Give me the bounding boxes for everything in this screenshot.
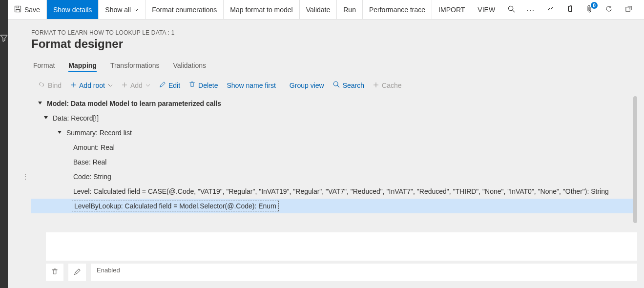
trash-icon [51, 268, 58, 277]
enabled-label: Enabled [97, 267, 120, 274]
plus-icon [70, 82, 76, 89]
bind-icon [38, 81, 45, 89]
tab-validations[interactable]: Validations [173, 59, 206, 72]
run-button[interactable]: Run [337, 0, 363, 19]
pencil-icon [159, 82, 166, 89]
svg-rect-1 [16, 6, 19, 8]
vertical-scrollbar[interactable] [633, 96, 637, 223]
show-details-button[interactable]: Show details [47, 0, 99, 19]
trash-icon [189, 81, 195, 89]
format-enumerations-button[interactable]: Format enumerations [145, 0, 224, 19]
tab-format[interactable]: Format [33, 59, 55, 72]
tree-node-amount[interactable]: Amount: Real [31, 140, 633, 155]
tree-node-code[interactable]: ⋮ Code: String [31, 169, 633, 184]
more-button[interactable]: ··· [521, 0, 540, 19]
plus-icon [122, 82, 127, 89]
tree-node-summary[interactable]: Summary: Record list [31, 125, 633, 140]
tab-mapping[interactable]: Mapping [68, 59, 97, 72]
tab-transformations[interactable]: Transformations [110, 59, 160, 72]
filter-icon[interactable] [0, 34, 8, 43]
search-icon [508, 5, 515, 14]
view-button[interactable]: VIEW [471, 0, 501, 19]
refresh-button[interactable] [599, 0, 619, 19]
chevron-down-icon [134, 6, 139, 14]
svg-rect-0 [15, 6, 21, 12]
attachment-badge: 0 [591, 2, 598, 9]
office-button[interactable] [560, 0, 580, 19]
command-bar: Save Show details Show all Format enumer… [8, 0, 644, 20]
page-title: Format designer [31, 37, 644, 51]
plus-icon [373, 82, 379, 89]
office-icon [566, 5, 574, 14]
data-model-tree: Model: Data model Model to learn paramet… [31, 96, 633, 213]
details-panel: Enabled [46, 232, 637, 281]
chevron-down-icon [145, 82, 150, 89]
caret-down-icon[interactable] [57, 130, 62, 136]
pencil-icon [74, 268, 81, 277]
tree-node-data[interactable]: Data: Record[!] [31, 111, 633, 125]
show-all-dropdown[interactable]: Show all [99, 0, 145, 19]
tree-node-levelbylookup[interactable]: LevelByLookup: Calculated field = Model.… [31, 199, 633, 213]
add-root-button[interactable]: Add root [70, 82, 113, 89]
attachments-button[interactable]: 0 [580, 0, 599, 19]
chevron-down-icon [108, 82, 113, 89]
cache-button[interactable]: Cache [373, 82, 401, 89]
caret-down-icon[interactable] [43, 115, 49, 121]
performance-trace-button[interactable]: Performance trace [363, 0, 432, 19]
group-view-button[interactable]: Group view [290, 82, 324, 89]
refresh-icon [605, 5, 613, 14]
tree-node-model[interactable]: Model: Data model Model to learn paramet… [31, 96, 633, 111]
tabs: Format Mapping Transformations Validatio… [31, 59, 644, 72]
map-format-to-model-button[interactable]: Map format to model [224, 0, 299, 19]
add-button[interactable]: Add [122, 82, 150, 89]
close-button[interactable] [638, 0, 644, 19]
delete-detail-button[interactable] [46, 264, 63, 281]
svg-rect-4 [625, 7, 629, 11]
search-icon [333, 81, 340, 89]
mapping-toolbar: Bind Add root Add [31, 79, 644, 96]
edit-detail-button[interactable] [68, 264, 86, 281]
more-icon: ··· [526, 6, 535, 14]
svg-point-5 [333, 82, 338, 86]
caret-down-icon[interactable] [37, 101, 43, 106]
search-field-button[interactable]: Search [333, 81, 364, 89]
search-button[interactable] [501, 0, 521, 19]
bind-button[interactable]: Bind [38, 81, 62, 89]
connector-button[interactable] [540, 0, 560, 19]
tree-node-base[interactable]: Base: Real [31, 155, 633, 169]
save-button[interactable]: Save [8, 0, 47, 19]
svg-point-3 [508, 6, 513, 10]
save-icon [14, 5, 21, 14]
svg-rect-2 [16, 9, 20, 12]
delete-button[interactable]: Delete [189, 81, 218, 89]
popout-button[interactable] [619, 0, 638, 19]
link-icon [546, 5, 554, 14]
popout-icon [625, 5, 632, 14]
breadcrumb: FORMAT TO LEARN HOW TO LOOKUP LE DATA : … [31, 29, 644, 36]
show-name-first-button[interactable]: Show name first [227, 82, 275, 89]
tree-node-level[interactable]: Level: Calculated field = CASE(@.Code, "… [31, 184, 633, 199]
row-handle-icon[interactable]: ⋮ [22, 169, 28, 184]
validate-button[interactable]: Validate [300, 0, 337, 19]
import-button[interactable]: IMPORT [432, 0, 471, 19]
edit-button[interactable]: Edit [159, 82, 180, 89]
